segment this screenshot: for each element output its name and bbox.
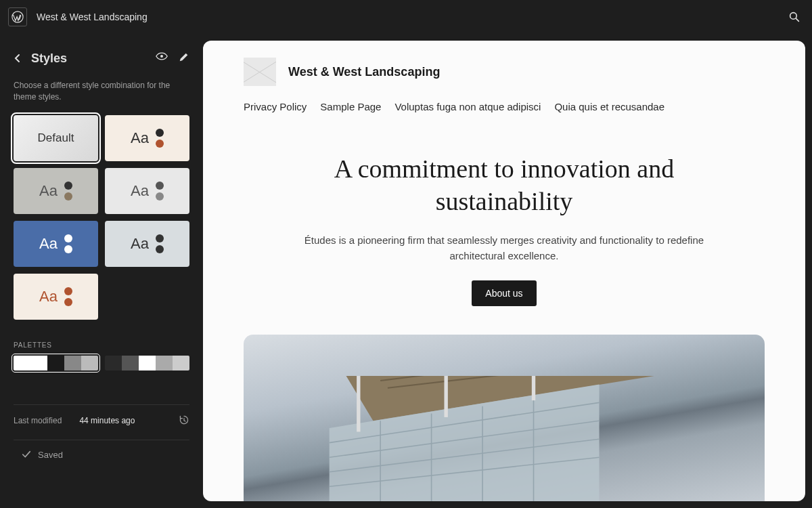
palette-0[interactable] — [14, 356, 98, 371]
preview-header: West & West Landscaping — [244, 58, 765, 86]
history-icon — [179, 415, 189, 425]
chevron-left-icon — [14, 54, 20, 63]
edit-styles-button[interactable] — [179, 51, 189, 65]
preview-canvas[interactable]: West & West Landscaping Privacy PolicySa… — [203, 41, 805, 501]
pencil-icon — [179, 51, 189, 62]
sidebar-description: Choose a different style combination for… — [14, 80, 189, 103]
sidebar: Styles Choose a different style combinat… — [0, 34, 203, 508]
back-button[interactable] — [14, 54, 27, 63]
last-modified-label: Last modified — [14, 416, 62, 425]
revisions-button[interactable] — [179, 415, 189, 427]
preview-nav: Privacy PolicySample PageVoluptas fuga n… — [244, 101, 765, 112]
hero-button[interactable]: About us — [472, 280, 536, 306]
sidebar-header: Styles — [14, 42, 189, 75]
search-button[interactable] — [785, 7, 804, 26]
topbar: West & West Landscaping — [0, 0, 812, 34]
style-variation-5[interactable]: Aa — [105, 221, 189, 267]
nav-link-1[interactable]: Sample Page — [320, 101, 381, 112]
saved-status: Saved — [14, 440, 189, 469]
last-modified-time: 44 minutes ago — [79, 416, 179, 425]
eye-icon — [156, 51, 168, 61]
palettes-label: PALETTES — [14, 341, 189, 349]
style-variation-4[interactable]: Aa — [14, 221, 98, 267]
hero-title[interactable]: A commitment to innovation and sustainab… — [288, 153, 721, 217]
svg-point-1 — [790, 13, 797, 20]
preview-site-name[interactable]: West & West Landscaping — [288, 65, 440, 79]
style-book-button[interactable] — [156, 51, 168, 65]
hero-section: A commitment to innovation and sustainab… — [288, 153, 721, 306]
hero-description[interactable]: Études is a pioneering firm that seamles… — [288, 232, 721, 264]
wordpress-icon — [12, 11, 24, 23]
style-variation-3[interactable]: Aa — [105, 168, 189, 214]
building-illustration — [286, 376, 723, 501]
styles-title: Styles — [31, 51, 156, 66]
nav-link-3[interactable]: Quia quis et recusandae — [554, 101, 664, 112]
nav-link-0[interactable]: Privacy Policy — [244, 101, 307, 112]
style-variations-grid: DefaultAaAaAaAaAaAa — [14, 115, 189, 320]
main: Styles Choose a different style combinat… — [0, 34, 812, 508]
check-icon — [22, 450, 31, 459]
hero-image[interactable] — [244, 335, 765, 502]
last-modified-row[interactable]: Last modified 44 minutes ago — [14, 404, 189, 437]
nav-link-2[interactable]: Voluptas fuga non atque adipisci — [394, 101, 541, 112]
svg-point-3 — [160, 55, 163, 58]
svg-line-2 — [796, 18, 798, 21]
style-variation-6[interactable]: Aa — [14, 274, 98, 320]
saved-label: Saved — [38, 450, 63, 460]
palette-row — [14, 356, 189, 371]
site-title: West & West Landscaping — [37, 12, 785, 22]
palette-1[interactable] — [105, 356, 189, 371]
style-variation-1[interactable]: Aa — [105, 115, 189, 161]
style-variation-0[interactable]: Default — [14, 115, 98, 161]
wordpress-logo-button[interactable] — [8, 7, 27, 26]
site-logo-placeholder[interactable] — [244, 58, 276, 86]
style-variation-2[interactable]: Aa — [14, 168, 98, 214]
search-icon — [789, 12, 800, 22]
